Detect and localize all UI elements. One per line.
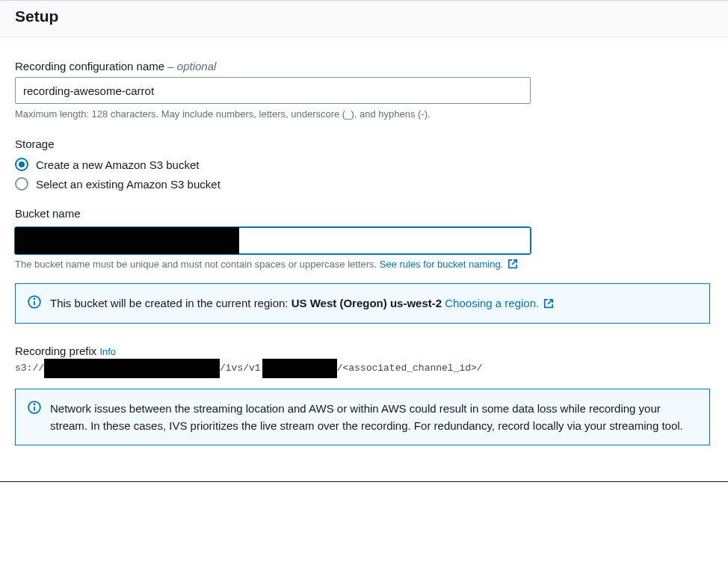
bottom-divider (0, 481, 728, 482)
region-info-box: This bucket will be created in the curre… (15, 283, 710, 323)
network-info-box: Network issues between the streaming loc… (15, 389, 710, 446)
recording-prefix-info-link[interactable]: Info (99, 346, 116, 357)
external-link-icon (506, 259, 518, 270)
external-link-icon (542, 297, 554, 309)
bucket-name-input[interactable] (15, 227, 531, 254)
config-name-input[interactable] (15, 77, 531, 104)
network-info-text: Network issues between the streaming loc… (50, 400, 697, 435)
recording-prefix-label-row: Recording prefix Info (15, 345, 713, 357)
info-icon (28, 401, 41, 414)
bucket-name-hint: The bucket name must be unique and must … (15, 258, 713, 271)
radio-icon (15, 158, 28, 171)
prefix-tail: /<associated_channel_id>/ (337, 362, 483, 374)
bucket-hint-text: The bucket name must be unique and must … (15, 259, 380, 270)
bucket-name-field: Bucket name The bucket name must be uniq… (15, 207, 713, 271)
region-bold: US West (Oregon) us-west-2 (291, 297, 442, 309)
bucket-rules-link-text: See rules for bucket naming. (380, 259, 503, 270)
redacted-block (262, 359, 337, 378)
recording-prefix-field: Recording prefix Info s3:// /ivs/v1 /<as… (15, 345, 713, 378)
recording-prefix-label: Recording prefix (15, 345, 96, 357)
config-name-label: Recording configuration name – optional (15, 60, 713, 72)
config-name-hint: Maximum length: 128 characters. May incl… (15, 108, 713, 121)
config-name-field: Recording configuration name – optional … (15, 60, 713, 121)
storage-label: Storage (15, 138, 713, 150)
choosing-region-link[interactable]: Choosing a region. (445, 297, 554, 309)
bucket-rules-link[interactable]: See rules for bucket naming. (380, 259, 518, 270)
config-name-label-text: Recording configuration name (15, 60, 164, 72)
recording-prefix-path: s3:// /ivs/v1 /<associated_channel_id>/ (15, 359, 713, 378)
choosing-region-text: Choosing a region. (445, 297, 539, 309)
prefix-protocol: s3:// (15, 362, 44, 374)
form-body: Recording configuration name – optional … (0, 37, 728, 468)
info-icon (28, 295, 41, 309)
radio-icon (15, 177, 28, 191)
region-pre: This bucket will be created in the curre… (50, 297, 291, 309)
region-info-text: This bucket will be created in the curre… (50, 294, 554, 312)
storage-radio-create[interactable]: Create a new Amazon S3 bucket (15, 158, 713, 171)
svg-point-2 (34, 299, 34, 300)
storage-radio-create-label: Create a new Amazon S3 bucket (36, 158, 199, 171)
config-name-optional: – optional (164, 60, 216, 72)
bucket-name-label: Bucket name (15, 207, 713, 220)
storage-radio-existing-label: Select an existing Amazon S3 bucket (36, 178, 220, 191)
svg-point-5 (34, 404, 34, 404)
storage-field: Storage Create a new Amazon S3 bucket Se… (15, 138, 713, 191)
prefix-mid1: /ivs/v1 (220, 362, 261, 374)
page-header: Setup (0, 0, 728, 37)
storage-radio-existing[interactable]: Select an existing Amazon S3 bucket (15, 177, 713, 191)
redacted-block (44, 359, 220, 378)
page-title: Setup (15, 7, 713, 25)
